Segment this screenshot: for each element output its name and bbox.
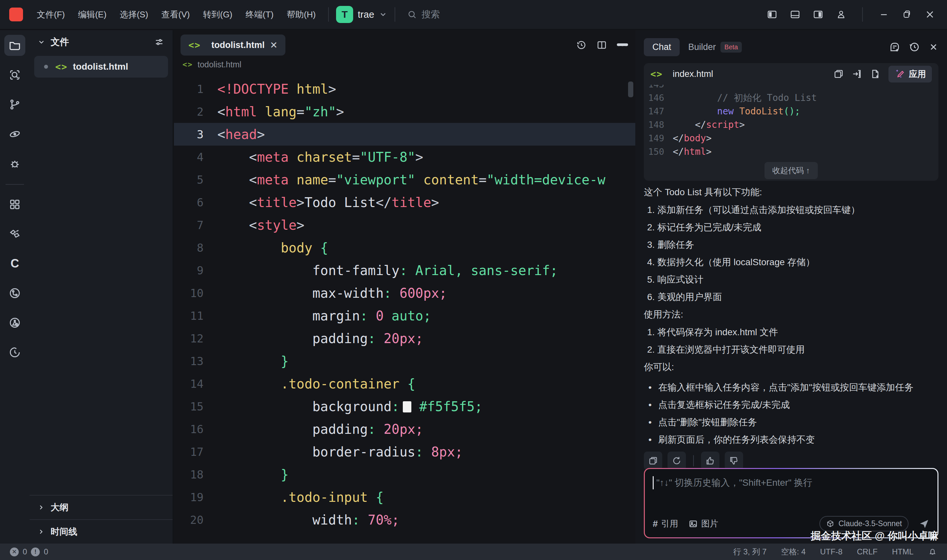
line-number: 9	[174, 264, 217, 277]
toggle-panel-button[interactable]	[786, 5, 804, 24]
explorer-header[interactable]: 文件	[29, 30, 172, 54]
line-number: 12	[174, 332, 217, 345]
line-number: 15	[174, 400, 217, 413]
regenerate-button[interactable]	[667, 452, 686, 470]
line-number: 19	[174, 491, 217, 504]
eol-sequence[interactable]: CRLF	[857, 547, 878, 556]
titlebar: 文件(F) 编辑(E) 选择(S) 查看(V) 转到(G) 终端(T) 帮助(H…	[0, 0, 947, 29]
scrollbar-thumb[interactable]	[628, 82, 633, 97]
menu-help[interactable]: 帮助(H)	[282, 6, 321, 24]
new-chat-icon[interactable]	[889, 42, 900, 52]
menu-edit[interactable]: 编辑(E)	[73, 6, 112, 24]
line-number: 8	[174, 241, 217, 254]
code-line: 16 padding: 20px;	[174, 418, 635, 440]
warnings-count[interactable]: 0	[44, 547, 48, 556]
line-number: 10	[174, 286, 217, 300]
c-logo-icon[interactable]: C	[4, 253, 25, 274]
insert-code-icon[interactable]	[852, 69, 862, 79]
menubar: 文件(F) 编辑(E) 选择(S) 查看(V) 转到(G) 终端(T) 帮助(H…	[32, 6, 321, 24]
menu-view[interactable]: 查看(V)	[156, 6, 195, 24]
tab-builder[interactable]: Builder Beta	[688, 42, 742, 52]
line-number: 150	[644, 146, 673, 157]
toggle-left-sidebar-button[interactable]	[763, 5, 781, 24]
restore-button[interactable]	[898, 5, 916, 24]
image-button[interactable]: 图片	[688, 518, 719, 529]
menu-terminal[interactable]: 终端(T)	[240, 6, 279, 24]
timeline-section[interactable]: 时间线	[29, 519, 172, 543]
indentation[interactable]: 空格: 4	[781, 546, 805, 557]
global-search[interactable]: 搜索	[407, 8, 440, 21]
line-number: 148	[644, 120, 673, 130]
minimap-indicator	[617, 43, 628, 46]
extensions-icon[interactable]	[4, 194, 25, 215]
apply-label: 应用	[909, 68, 926, 80]
code-line: 145	[644, 85, 938, 91]
close-panel-icon[interactable]	[929, 42, 938, 52]
copy-code-icon[interactable]	[833, 69, 844, 79]
menu-goto[interactable]: 转到(G)	[198, 6, 238, 24]
explorer-title: 文件	[51, 36, 154, 48]
line-number: 16	[174, 423, 217, 436]
thumbs-down-button[interactable]	[725, 452, 743, 470]
divider	[862, 7, 863, 22]
cando-list: 在输入框中输入任务内容，点击"添加"按钮或按回车键添加任务点击复选框标记任务完成…	[644, 382, 938, 445]
cursor-position[interactable]: 行 3, 列 7	[733, 546, 767, 557]
toggle-right-sidebar-button[interactable]	[809, 5, 827, 24]
code-line: 1<!DOCTYPE html>	[174, 78, 635, 100]
code-line: 8 body {	[174, 236, 635, 259]
outline-section[interactable]: 大纲	[29, 495, 172, 519]
circle-branch-icon[interactable]	[4, 283, 25, 304]
warnings-icon[interactable]: !	[31, 548, 40, 556]
model-cube-icon	[826, 520, 835, 528]
errors-count[interactable]: 0	[23, 547, 27, 556]
files-icon[interactable]	[4, 35, 25, 56]
apply-button[interactable]: 应用	[888, 66, 932, 83]
menu-file[interactable]: 文件(F)	[32, 6, 70, 24]
chat-history-icon[interactable]	[909, 42, 920, 52]
timeline-icon[interactable]	[4, 342, 25, 363]
tab-todolist[interactable]: <> todolist.html ✕	[180, 34, 285, 55]
filter-icon[interactable]	[154, 37, 164, 47]
debug-icon[interactable]	[4, 153, 25, 174]
file-item-todolist[interactable]: <> todolist.html	[34, 56, 168, 78]
history-icon[interactable]	[576, 40, 587, 50]
chat-input-placeholder: "↑↓" 切换历史输入，"Shift+Enter" 换行	[653, 476, 930, 489]
close-button[interactable]	[921, 5, 939, 24]
code-editor[interactable]: 1<!DOCTYPE html>2<html lang="zh">3<head>…	[174, 72, 635, 535]
code-line: 6 <title>Todo List</title>	[174, 191, 635, 214]
line-number: 6	[174, 196, 217, 209]
app-window: 文件(F) 编辑(E) 选择(S) 查看(V) 转到(G) 终端(T) 帮助(H…	[0, 0, 947, 560]
collapse-code-button[interactable]: 收起代码 ↑	[764, 162, 818, 179]
code-line: 17 border-radius: 8px;	[174, 440, 635, 463]
breadcrumb[interactable]: <> todolist.html	[174, 57, 635, 72]
reference-button[interactable]: # 引用	[653, 518, 678, 529]
thumbs-up-button[interactable]	[701, 452, 719, 470]
chat-input[interactable]: "↑↓" 切换历史输入，"Shift+Enter" 换行 # 引用 图片 Cla…	[644, 468, 938, 538]
minimize-button[interactable]	[875, 5, 893, 24]
workspace-switcher[interactable]: T trae	[336, 6, 387, 23]
errors-icon[interactable]: ✕	[10, 548, 19, 556]
code-line: 15 background: #f5f5f5;	[174, 395, 635, 418]
remote-icon[interactable]	[4, 123, 25, 145]
divider	[693, 455, 694, 466]
tab-chat[interactable]: Chat	[644, 38, 680, 56]
code-line: 11 margin: 0 auto;	[174, 304, 635, 327]
copy-message-button[interactable]	[644, 452, 662, 470]
account-icon[interactable]	[832, 5, 850, 24]
menu-selection[interactable]: 选择(S)	[114, 6, 154, 24]
new-file-icon[interactable]	[870, 69, 881, 79]
ai-tools-icon[interactable]	[4, 223, 25, 245]
line-number: 7	[174, 218, 217, 232]
close-tab-icon[interactable]: ✕	[270, 40, 277, 51]
encoding[interactable]: UTF-8	[820, 547, 842, 556]
notifications-bell-icon[interactable]	[928, 547, 937, 556]
message-line: 点击复选框标记任务完成/未完成	[648, 399, 938, 411]
line-number: 149	[644, 133, 673, 143]
search-scan-icon[interactable]	[4, 65, 25, 85]
code-line: 20 width: 70%;	[174, 508, 635, 531]
language-mode[interactable]: HTML	[892, 547, 913, 556]
split-editor-icon[interactable]	[596, 40, 607, 50]
send-icon[interactable]	[918, 518, 930, 529]
source-control-icon[interactable]	[4, 94, 25, 115]
lab-icon[interactable]	[4, 312, 25, 333]
